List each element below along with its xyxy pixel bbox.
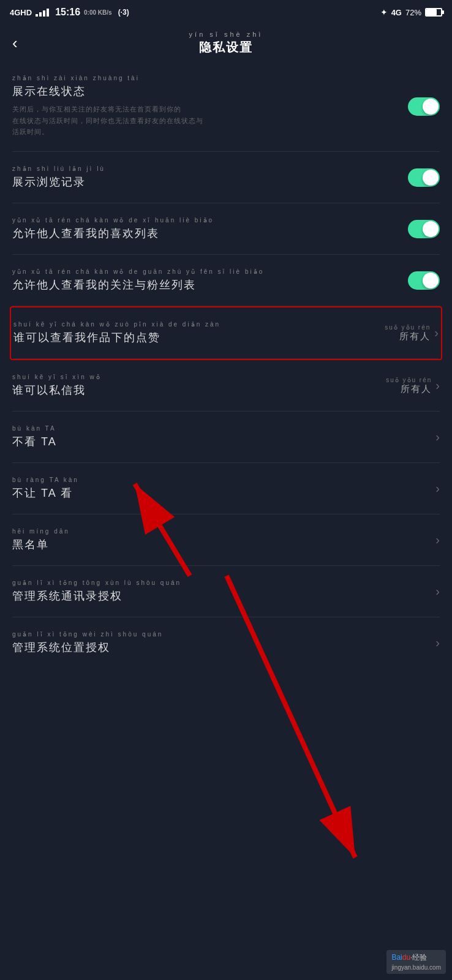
page-title: yín sī shè zhì 隐私设置 — [189, 31, 263, 56]
highlight-box: shuí kě yǐ chá kàn wǒ zuò pǐn xià de diǎ… — [10, 306, 442, 360]
private-message-value-pinyin: suǒ yǒu rén — [386, 377, 432, 383]
setting-private-message-pinyin: shuí kě yǐ sī xìn wǒ — [12, 374, 386, 380]
setting-private-message[interactable]: shuí kě yǐ sī xìn wǒ 谁可以私信我 suǒ yǒu rén … — [12, 360, 440, 412]
status-bar: 4GHD 15:16 0:00 KB/s (·3) ✦ 4G 72% — [0, 0, 452, 24]
setting-not-let-see-left: bù ràng TA kàn 不让 TA 看 — [12, 477, 435, 500]
battery-percent: 72% — [405, 8, 421, 17]
chevron-icon: › — [435, 584, 440, 598]
setting-blacklist[interactable]: hēi míng dān 黑名单 › — [12, 514, 440, 566]
speed: 0:00 KB/s — [84, 9, 112, 16]
setting-system-location-pinyin: guǎn lǐ xì tǒng wèi zhì shòu quán — [12, 631, 435, 638]
watermark-url: jingyan.baidu.com — [391, 964, 441, 971]
header: ‹ yín sī shè zhì 隐私设置 — [0, 24, 452, 61]
setting-online-status: zhǎn shì zài xiàn zhuàng tài 展示在线状态 关闭后，… — [12, 61, 440, 152]
setting-not-let-see[interactable]: bù ràng TA kàn 不让 TA 看 › — [12, 463, 440, 514]
setting-system-auth-pinyin: guǎn lǐ xì tǒng tōng xùn lù shòu quán — [12, 579, 435, 586]
setting-browse-history-pinyin: zhǎn shì liú lǎn jì lù — [12, 165, 408, 172]
setting-browse-history: zhǎn shì liú lǎn jì lù 展示浏览记录 — [12, 152, 440, 203]
setting-work-likes-label: 谁可以查看我作品下的点赞 — [13, 330, 385, 345]
setting-private-message-right: suǒ yǒu rén 所有人 › — [386, 377, 440, 395]
watermark: Baidu·经验 jingyan.baidu.com — [386, 950, 446, 974]
signal-bars — [36, 9, 49, 17]
setting-blacklist-label: 黑名单 — [12, 537, 435, 552]
setting-work-likes-right: suǒ yǒu rén 所有人 › — [385, 324, 439, 342]
time: 15:16 — [55, 7, 80, 18]
work-likes-value: 所有人 — [385, 331, 431, 342]
setting-favorites-list-label: 允许他人查看我的喜欢列表 — [12, 226, 408, 241]
toggle-browse-history[interactable] — [408, 168, 440, 187]
signal-strength: 4G — [391, 8, 402, 17]
setting-blacklist-pinyin: hēi míng dān — [12, 528, 435, 535]
settings-content: zhǎn shì zài xiàn zhuàng tài 展示在线状态 关闭后，… — [0, 61, 452, 668]
watermark-suffix: du — [402, 953, 410, 962]
setting-browse-history-label: 展示浏览记录 — [12, 175, 408, 189]
setting-system-auth[interactable]: guǎn lǐ xì tǒng tōng xùn lù shòu quán 管理… — [12, 566, 440, 617]
setting-system-location-left: guǎn lǐ xì tǒng wèi zhì shòu quán 管理系统位置… — [12, 631, 435, 655]
setting-work-likes[interactable]: shuí kě yǐ chá kàn wǒ zuò pǐn xià de diǎ… — [13, 307, 439, 359]
watermark-brand: Bai — [391, 953, 402, 962]
setting-browse-history-left: zhǎn shì liú lǎn jì lù 展示浏览记录 — [12, 165, 408, 189]
chevron-icon: › — [435, 379, 440, 393]
setting-system-location-label: 管理系统位置授权 — [12, 640, 435, 655]
toggle-follow-fans[interactable] — [408, 271, 440, 290]
setting-favorites-list-left: yǔn xǔ tā rén chá kàn wǒ de xǐ huān liè … — [12, 217, 408, 241]
wifi-indicator: (·3) — [118, 8, 129, 17]
setting-favorites-list: yǔn xǔ tā rén chá kàn wǒ de xǐ huān liè … — [12, 203, 440, 255]
status-left: 4GHD 15:16 0:00 KB/s (·3) — [10, 7, 129, 18]
setting-blacklist-left: hēi míng dān 黑名单 — [12, 528, 435, 552]
setting-not-let-see-pinyin: bù ràng TA kàn — [12, 477, 435, 483]
setting-work-likes-pinyin: shuí kě yǐ chá kàn wǒ zuò pǐn xià de diǎ… — [13, 321, 385, 328]
setting-online-status-desc: 关闭后，与你互相关注的好友将无法在首页看到你的在线状态与活跃时间，同时你也无法查… — [12, 104, 408, 138]
setting-work-likes-left: shuí kě yǐ chá kàn wǒ zuò pǐn xià de diǎ… — [13, 321, 385, 345]
network-type: 4GHD — [10, 8, 32, 17]
setting-online-status-pinyin: zhǎn shì zài xiàn zhuàng tài — [12, 75, 408, 81]
status-right: ✦ 4G 72% — [380, 7, 442, 17]
setting-online-status-label: 展示在线状态 — [12, 84, 408, 99]
work-likes-value-pinyin: suǒ yǒu rén — [385, 324, 431, 331]
setting-not-see-right: › — [435, 430, 440, 444]
setting-follow-fans: yǔn xǔ tā rén chá kàn wǒ de guān zhù yǔ … — [12, 255, 440, 306]
chevron-icon: › — [434, 326, 439, 340]
setting-system-location-right: › — [435, 636, 440, 650]
setting-not-let-see-right: › — [435, 481, 440, 496]
setting-not-see-label: 不看 TA — [12, 434, 435, 449]
battery-icon — [425, 8, 442, 17]
chevron-icon: › — [435, 533, 440, 547]
setting-online-status-left: zhǎn shì zài xiàn zhuàng tài 展示在线状态 关闭后，… — [12, 75, 408, 138]
setting-not-let-see-label: 不让 TA 看 — [12, 486, 435, 500]
chevron-icon: › — [435, 481, 440, 496]
setting-blacklist-right: › — [435, 533, 440, 547]
setting-not-see[interactable]: bù kàn TA 不看 TA › — [12, 412, 440, 463]
setting-system-auth-label: 管理系统通讯录授权 — [12, 589, 435, 603]
chevron-icon: › — [435, 430, 440, 444]
setting-system-auth-right: › — [435, 584, 440, 598]
setting-follow-fans-left: yǔn xǔ tā rén chá kàn wǒ de guān zhù yǔ … — [12, 268, 408, 292]
setting-private-message-left: shuí kě yǐ sī xìn wǒ 谁可以私信我 — [12, 374, 386, 398]
setting-favorites-list-pinyin: yǔn xǔ tā rén chá kàn wǒ de xǐ huān liè … — [12, 217, 408, 224]
setting-not-see-pinyin: bù kàn TA — [12, 425, 435, 432]
private-message-value: 所有人 — [386, 383, 432, 395]
bluetooth-icon: ✦ — [380, 7, 388, 17]
setting-system-location[interactable]: guǎn lǐ xì tǒng wèi zhì shòu quán 管理系统位置… — [12, 617, 440, 668]
setting-system-auth-left: guǎn lǐ xì tǒng tōng xùn lù shòu quán 管理… — [12, 579, 435, 603]
setting-not-see-left: bù kàn TA 不看 TA — [12, 425, 435, 449]
title-pinyin: yín sī shè zhì — [189, 31, 263, 38]
chevron-icon: › — [435, 636, 440, 650]
back-button[interactable]: ‹ — [12, 34, 18, 53]
setting-private-message-label: 谁可以私信我 — [12, 383, 386, 398]
toggle-online-status[interactable] — [408, 97, 440, 116]
toggle-favorites-list[interactable] — [408, 220, 440, 238]
setting-follow-fans-pinyin: yǔn xǔ tā rén chá kàn wǒ de guān zhù yǔ … — [12, 268, 408, 275]
title-chinese: 隐私设置 — [189, 39, 263, 56]
setting-follow-fans-label: 允许他人查看我的关注与粉丝列表 — [12, 277, 408, 292]
